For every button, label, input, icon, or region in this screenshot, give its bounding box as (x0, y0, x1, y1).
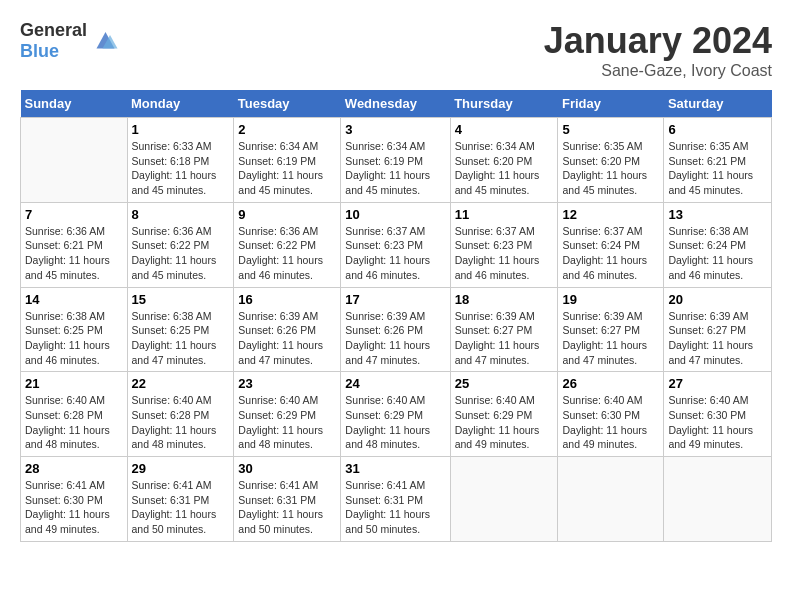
day-number: 1 (132, 122, 230, 137)
day-info: Sunrise: 6:41 AMSunset: 6:31 PMDaylight:… (132, 478, 230, 537)
day-number: 20 (668, 292, 767, 307)
day-number: 14 (25, 292, 123, 307)
calendar-cell (21, 118, 128, 203)
calendar-cell: 15Sunrise: 6:38 AMSunset: 6:25 PMDayligh… (127, 287, 234, 372)
day-number: 12 (562, 207, 659, 222)
day-info: Sunrise: 6:34 AMSunset: 6:20 PMDaylight:… (455, 139, 554, 198)
calendar-cell: 22Sunrise: 6:40 AMSunset: 6:28 PMDayligh… (127, 372, 234, 457)
calendar-cell: 13Sunrise: 6:38 AMSunset: 6:24 PMDayligh… (664, 202, 772, 287)
calendar-cell (558, 457, 664, 542)
calendar-cell: 20Sunrise: 6:39 AMSunset: 6:27 PMDayligh… (664, 287, 772, 372)
calendar-cell: 29Sunrise: 6:41 AMSunset: 6:31 PMDayligh… (127, 457, 234, 542)
logo-general: General (20, 20, 87, 40)
week-row-1: 1Sunrise: 6:33 AMSunset: 6:18 PMDaylight… (21, 118, 772, 203)
calendar-cell: 10Sunrise: 6:37 AMSunset: 6:23 PMDayligh… (341, 202, 450, 287)
day-number: 25 (455, 376, 554, 391)
logo-icon (89, 26, 119, 56)
calendar-cell: 8Sunrise: 6:36 AMSunset: 6:22 PMDaylight… (127, 202, 234, 287)
day-number: 15 (132, 292, 230, 307)
calendar-cell: 30Sunrise: 6:41 AMSunset: 6:31 PMDayligh… (234, 457, 341, 542)
calendar-cell: 7Sunrise: 6:36 AMSunset: 6:21 PMDaylight… (21, 202, 128, 287)
day-info: Sunrise: 6:36 AMSunset: 6:21 PMDaylight:… (25, 224, 123, 283)
logo-text: General Blue (20, 20, 87, 62)
day-number: 3 (345, 122, 445, 137)
day-number: 26 (562, 376, 659, 391)
day-info: Sunrise: 6:40 AMSunset: 6:30 PMDaylight:… (668, 393, 767, 452)
day-number: 13 (668, 207, 767, 222)
week-row-4: 21Sunrise: 6:40 AMSunset: 6:28 PMDayligh… (21, 372, 772, 457)
calendar-cell: 16Sunrise: 6:39 AMSunset: 6:26 PMDayligh… (234, 287, 341, 372)
logo: General Blue (20, 20, 119, 62)
day-number: 9 (238, 207, 336, 222)
week-row-5: 28Sunrise: 6:41 AMSunset: 6:30 PMDayligh… (21, 457, 772, 542)
calendar-cell (664, 457, 772, 542)
day-number: 2 (238, 122, 336, 137)
page-header: General Blue January 2024 Sane-Gaze, Ivo… (20, 20, 772, 80)
day-number: 6 (668, 122, 767, 137)
day-number: 8 (132, 207, 230, 222)
week-row-3: 14Sunrise: 6:38 AMSunset: 6:25 PMDayligh… (21, 287, 772, 372)
day-info: Sunrise: 6:41 AMSunset: 6:31 PMDaylight:… (345, 478, 445, 537)
day-info: Sunrise: 6:34 AMSunset: 6:19 PMDaylight:… (238, 139, 336, 198)
calendar-cell: 26Sunrise: 6:40 AMSunset: 6:30 PMDayligh… (558, 372, 664, 457)
day-info: Sunrise: 6:41 AMSunset: 6:30 PMDaylight:… (25, 478, 123, 537)
calendar-cell: 23Sunrise: 6:40 AMSunset: 6:29 PMDayligh… (234, 372, 341, 457)
day-info: Sunrise: 6:41 AMSunset: 6:31 PMDaylight:… (238, 478, 336, 537)
day-info: Sunrise: 6:39 AMSunset: 6:26 PMDaylight:… (238, 309, 336, 368)
calendar-cell: 18Sunrise: 6:39 AMSunset: 6:27 PMDayligh… (450, 287, 558, 372)
day-number: 4 (455, 122, 554, 137)
calendar-cell: 21Sunrise: 6:40 AMSunset: 6:28 PMDayligh… (21, 372, 128, 457)
title-block: January 2024 Sane-Gaze, Ivory Coast (544, 20, 772, 80)
calendar-cell: 19Sunrise: 6:39 AMSunset: 6:27 PMDayligh… (558, 287, 664, 372)
day-info: Sunrise: 6:40 AMSunset: 6:28 PMDaylight:… (25, 393, 123, 452)
day-info: Sunrise: 6:40 AMSunset: 6:30 PMDaylight:… (562, 393, 659, 452)
day-info: Sunrise: 6:36 AMSunset: 6:22 PMDaylight:… (132, 224, 230, 283)
weekday-header-sunday: Sunday (21, 90, 128, 118)
weekday-header-thursday: Thursday (450, 90, 558, 118)
day-info: Sunrise: 6:35 AMSunset: 6:20 PMDaylight:… (562, 139, 659, 198)
day-number: 27 (668, 376, 767, 391)
day-info: Sunrise: 6:37 AMSunset: 6:23 PMDaylight:… (455, 224, 554, 283)
calendar-cell (450, 457, 558, 542)
day-number: 31 (345, 461, 445, 476)
day-number: 28 (25, 461, 123, 476)
calendar-cell: 24Sunrise: 6:40 AMSunset: 6:29 PMDayligh… (341, 372, 450, 457)
weekday-header-tuesday: Tuesday (234, 90, 341, 118)
day-info: Sunrise: 6:40 AMSunset: 6:29 PMDaylight:… (455, 393, 554, 452)
calendar-cell: 12Sunrise: 6:37 AMSunset: 6:24 PMDayligh… (558, 202, 664, 287)
day-info: Sunrise: 6:40 AMSunset: 6:29 PMDaylight:… (345, 393, 445, 452)
day-info: Sunrise: 6:39 AMSunset: 6:26 PMDaylight:… (345, 309, 445, 368)
day-number: 29 (132, 461, 230, 476)
weekday-header-monday: Monday (127, 90, 234, 118)
day-number: 10 (345, 207, 445, 222)
week-row-2: 7Sunrise: 6:36 AMSunset: 6:21 PMDaylight… (21, 202, 772, 287)
month-title: January 2024 (544, 20, 772, 62)
weekday-header-friday: Friday (558, 90, 664, 118)
calendar-cell: 1Sunrise: 6:33 AMSunset: 6:18 PMDaylight… (127, 118, 234, 203)
day-number: 21 (25, 376, 123, 391)
logo-blue: Blue (20, 41, 59, 61)
day-info: Sunrise: 6:40 AMSunset: 6:28 PMDaylight:… (132, 393, 230, 452)
day-info: Sunrise: 6:33 AMSunset: 6:18 PMDaylight:… (132, 139, 230, 198)
day-number: 22 (132, 376, 230, 391)
calendar-cell: 17Sunrise: 6:39 AMSunset: 6:26 PMDayligh… (341, 287, 450, 372)
day-number: 11 (455, 207, 554, 222)
day-number: 18 (455, 292, 554, 307)
day-number: 30 (238, 461, 336, 476)
day-number: 23 (238, 376, 336, 391)
calendar-cell: 28Sunrise: 6:41 AMSunset: 6:30 PMDayligh… (21, 457, 128, 542)
weekday-header-saturday: Saturday (664, 90, 772, 118)
calendar-cell: 11Sunrise: 6:37 AMSunset: 6:23 PMDayligh… (450, 202, 558, 287)
location-subtitle: Sane-Gaze, Ivory Coast (544, 62, 772, 80)
day-info: Sunrise: 6:39 AMSunset: 6:27 PMDaylight:… (455, 309, 554, 368)
day-number: 7 (25, 207, 123, 222)
day-number: 19 (562, 292, 659, 307)
calendar-table: SundayMondayTuesdayWednesdayThursdayFrid… (20, 90, 772, 542)
day-info: Sunrise: 6:39 AMSunset: 6:27 PMDaylight:… (562, 309, 659, 368)
day-number: 16 (238, 292, 336, 307)
day-info: Sunrise: 6:38 AMSunset: 6:24 PMDaylight:… (668, 224, 767, 283)
calendar-cell: 2Sunrise: 6:34 AMSunset: 6:19 PMDaylight… (234, 118, 341, 203)
calendar-cell: 4Sunrise: 6:34 AMSunset: 6:20 PMDaylight… (450, 118, 558, 203)
day-info: Sunrise: 6:39 AMSunset: 6:27 PMDaylight:… (668, 309, 767, 368)
weekday-header-wednesday: Wednesday (341, 90, 450, 118)
